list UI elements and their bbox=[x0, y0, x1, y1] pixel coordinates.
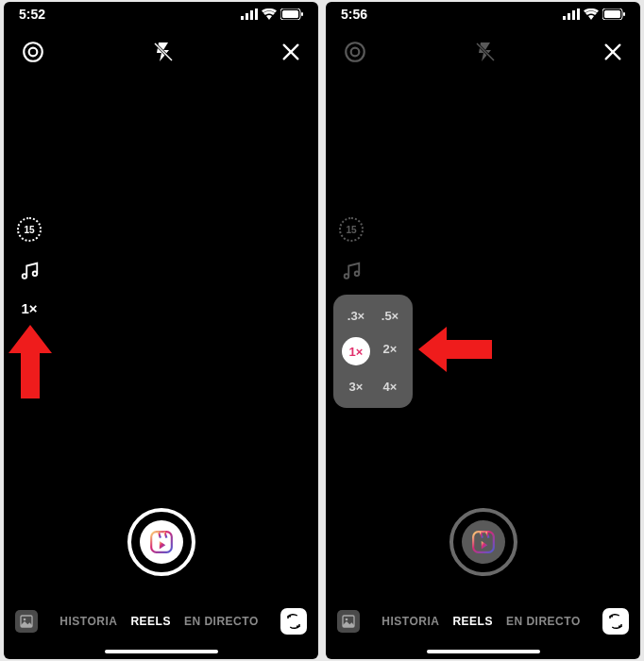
svg-rect-0 bbox=[241, 16, 244, 20]
timer-value: 15 bbox=[24, 225, 34, 235]
svg-rect-6 bbox=[301, 12, 303, 16]
switch-camera-button[interactable] bbox=[280, 608, 307, 635]
speed-option-4x[interactable]: 4× bbox=[373, 375, 407, 398]
svg-point-28 bbox=[346, 42, 364, 61]
top-controls bbox=[4, 26, 318, 77]
close-icon[interactable] bbox=[280, 42, 301, 62]
svg-point-7 bbox=[24, 42, 42, 61]
svg-point-20 bbox=[24, 619, 26, 621]
svg-rect-26 bbox=[604, 10, 620, 18]
svg-point-8 bbox=[29, 48, 38, 57]
svg-rect-3 bbox=[255, 8, 258, 20]
gallery-button[interactable] bbox=[15, 610, 38, 633]
svg-rect-24 bbox=[577, 8, 580, 20]
speed-option-3x[interactable]: 3× bbox=[339, 375, 373, 398]
reels-icon bbox=[462, 520, 505, 564]
settings-icon[interactable] bbox=[343, 40, 367, 64]
svg-rect-21 bbox=[563, 16, 566, 20]
svg-rect-27 bbox=[623, 12, 625, 16]
bottom-bar: HISTORIA REELS EN DIRECTO bbox=[4, 608, 318, 635]
svg-point-35 bbox=[355, 271, 360, 276]
svg-point-13 bbox=[23, 274, 27, 279]
capture-button[interactable] bbox=[449, 508, 517, 576]
side-controls: 15 bbox=[339, 217, 364, 281]
speed-option-03x[interactable]: .3× bbox=[339, 304, 373, 328]
home-indicator bbox=[427, 650, 540, 653]
timer-icon[interactable]: 15 bbox=[339, 217, 364, 242]
timer-icon[interactable]: 15 bbox=[17, 217, 42, 242]
annotation-arrow bbox=[418, 327, 492, 372]
speed-button[interactable]: 1× bbox=[21, 300, 37, 316]
clock: 5:52 bbox=[19, 7, 45, 22]
svg-rect-23 bbox=[572, 10, 575, 20]
close-icon[interactable] bbox=[602, 42, 623, 62]
flash-off-icon[interactable] bbox=[152, 41, 175, 63]
top-controls bbox=[326, 26, 640, 77]
music-icon[interactable] bbox=[19, 261, 40, 281]
svg-point-29 bbox=[351, 48, 360, 57]
status-icons bbox=[241, 8, 303, 20]
mode-tabs: HISTORIA REELS EN DIRECTO bbox=[45, 615, 273, 628]
reels-icon bbox=[140, 520, 183, 564]
timer-value: 15 bbox=[346, 225, 356, 235]
home-indicator bbox=[105, 650, 218, 653]
svg-point-41 bbox=[346, 619, 348, 621]
tab-historia[interactable]: HISTORIA bbox=[381, 615, 439, 628]
phone-left: 5:52 15 1× bbox=[4, 2, 318, 659]
tab-directo[interactable]: EN DIRECTO bbox=[184, 615, 259, 628]
svg-rect-22 bbox=[568, 13, 570, 20]
music-icon[interactable] bbox=[341, 261, 362, 281]
bottom-bar: HISTORIA REELS EN DIRECTO bbox=[326, 608, 640, 635]
svg-rect-1 bbox=[246, 13, 248, 20]
svg-rect-2 bbox=[250, 10, 253, 20]
speed-option-2x[interactable]: 2× bbox=[373, 337, 407, 365]
mode-tabs: HISTORIA REELS EN DIRECTO bbox=[367, 615, 595, 628]
svg-rect-36 bbox=[473, 532, 494, 552]
annotation-arrow bbox=[8, 325, 52, 398]
tab-reels[interactable]: REELS bbox=[130, 615, 171, 628]
gallery-button[interactable] bbox=[337, 610, 360, 633]
phone-right: 5:56 15 .3× .5× 1× 2× 3× 4× bbox=[326, 2, 640, 659]
svg-point-14 bbox=[33, 271, 38, 276]
side-controls: 15 1× bbox=[17, 217, 42, 316]
status-icons bbox=[563, 8, 625, 20]
switch-camera-button[interactable] bbox=[602, 608, 629, 635]
settings-icon[interactable] bbox=[21, 40, 45, 64]
tab-directo[interactable]: EN DIRECTO bbox=[506, 615, 581, 628]
svg-point-34 bbox=[345, 274, 349, 279]
tab-reels[interactable]: REELS bbox=[452, 615, 493, 628]
flash-off-icon[interactable] bbox=[474, 41, 497, 63]
clock: 5:56 bbox=[341, 7, 367, 22]
tab-historia[interactable]: HISTORIA bbox=[59, 615, 117, 628]
speed-popover: .3× .5× 1× 2× 3× 4× bbox=[333, 295, 413, 408]
speed-option-1x[interactable]: 1× bbox=[342, 337, 370, 365]
status-bar: 5:56 bbox=[326, 2, 640, 26]
speed-option-05x[interactable]: .5× bbox=[373, 304, 407, 328]
svg-rect-5 bbox=[282, 10, 298, 18]
status-bar: 5:52 bbox=[4, 2, 318, 26]
svg-rect-15 bbox=[151, 532, 172, 552]
capture-button[interactable] bbox=[127, 508, 195, 576]
